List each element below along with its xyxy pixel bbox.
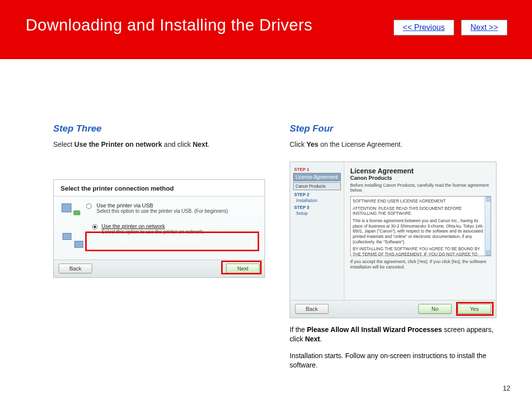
- step-four-title: Step Four: [290, 123, 499, 134]
- sidebar-step2: STEP 2: [294, 192, 340, 197]
- installer-sidebar: STEP 1 License Agreement Canon Products …: [290, 162, 344, 318]
- option-network-sub: Select this option to use the printer on…: [101, 229, 256, 234]
- license-no-button[interactable]: No: [418, 304, 452, 314]
- back-button[interactable]: Back: [59, 264, 92, 273]
- page-header: Downloading and Installing the Drivers <…: [0, 0, 532, 59]
- dialog-button-row: Back Next: [54, 260, 265, 277]
- option-usb-sub: Select this option to use the printer vi…: [97, 208, 258, 214]
- next-button-dialog[interactable]: Next: [226, 264, 260, 273]
- license-yes-button[interactable]: Yes: [458, 304, 491, 314]
- sidebar-step1: STEP 1: [294, 167, 340, 172]
- step-three-title: Step Three: [53, 123, 270, 134]
- license-title: License Agreement: [350, 167, 491, 175]
- network-icon: [63, 233, 83, 248]
- sidebar-setup: Setup: [293, 211, 341, 216]
- content: Step Three Select Use the Printer on net…: [0, 59, 532, 370]
- after-note-1: If the Please Allow All Install Wizard P…: [290, 325, 499, 344]
- option-usb[interactable]: Use the printer via USB Select this opti…: [54, 197, 265, 219]
- usb-icon: [61, 202, 81, 216]
- license-note: If you accept the agreement, click [Yes]…: [350, 259, 491, 270]
- radio-usb[interactable]: [86, 203, 92, 209]
- step-four-description: Click Yes on the License Agreement.: [290, 140, 499, 150]
- next-button[interactable]: Next >>: [461, 20, 507, 35]
- page-title: Downloading and Installing the Drivers: [26, 16, 312, 34]
- step-three-description: Select Use the Printer on network and cl…: [53, 140, 270, 150]
- step-four-column: Step Four Click Yes on the License Agree…: [290, 123, 499, 370]
- option-usb-label: Use the printer via USB: [97, 202, 258, 208]
- license-button-row: Back No Yes: [290, 300, 496, 318]
- scrollbar[interactable]: [485, 197, 491, 256]
- sidebar-canon-products: Canon Products: [293, 182, 341, 190]
- license-lead: Before installing Canon Products, carefu…: [350, 183, 491, 194]
- license-subtitle: Canon Products: [350, 175, 491, 181]
- step-three-column: Step Three Select Use the Printer on net…: [53, 123, 270, 370]
- license-back-button[interactable]: Back: [295, 304, 329, 314]
- license-textarea[interactable]: SOFTWARE END USER LICENSE AGREEMENT ATTE…: [350, 196, 491, 256]
- sidebar-installation: Installation: [293, 198, 341, 203]
- after-note-2: Installation starts. Follow any on-scree…: [290, 351, 499, 370]
- nav-links: << Previous Next >>: [394, 20, 507, 35]
- screenshot-connection-method: Select the printer connection method Use…: [53, 179, 265, 278]
- option-network[interactable]: Use the printer on network Select this o…: [89, 221, 259, 236]
- license-main: License Agreement Canon Products Before …: [344, 162, 496, 318]
- radio-network[interactable]: [92, 224, 98, 230]
- sidebar-step3: STEP 3: [294, 205, 340, 210]
- page-number: 12: [502, 384, 510, 392]
- screenshot-license-agreement: STEP 1 License Agreement Canon Products …: [290, 162, 497, 318]
- option-network-label: Use the printer on network: [101, 223, 256, 229]
- previous-button[interactable]: << Previous: [394, 20, 454, 35]
- sidebar-license: License Agreement: [293, 173, 341, 181]
- dialog-title: Select the printer connection method: [54, 180, 265, 197]
